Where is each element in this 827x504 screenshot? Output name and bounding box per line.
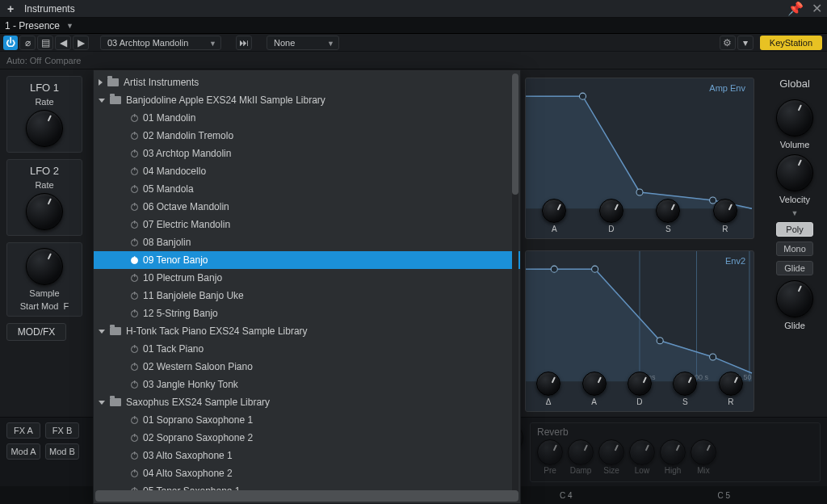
lfo2-title: LFO 2 [30,165,59,177]
browser-preset[interactable]: 02 Soprano Saxophone 2 [94,429,520,447]
browser-folder[interactable]: Saxophus EXS24 Sample Library [94,393,520,411]
close-icon[interactable]: ✕ [812,1,822,16]
browser-preset[interactable]: 03 Alto Saxophone 1 [94,447,520,464]
browser-preset[interactable]: 02 Western Saloon Piano [94,358,520,376]
reverb-high-group: High [660,439,686,475]
glide-knob[interactable] [776,280,813,317]
browser-preset[interactable]: 04 Alto Saxophone 2 [94,464,520,482]
browser-preset[interactable]: 03 Jangle Honky Tonk [94,376,520,393]
mono-button[interactable]: Mono [776,242,813,256]
row-label: 04 Alto Saxophone 2 [143,468,233,479]
browser-preset[interactable]: 06 Octave Mandolin [94,198,520,216]
amp-env-panel[interactable]: Amp Env A D S R [525,78,754,239]
gear-icon[interactable]: ⚙ [720,36,736,50]
browser-folder[interactable]: H-Tonk Tack Piano EXS24 Sample Library [94,322,520,340]
scrollbar-thumb[interactable] [512,74,518,195]
compare-toggle[interactable]: Compare [44,56,81,65]
midi-input-badge[interactable]: KeyStation [760,36,822,50]
velocity-knob[interactable] [776,154,813,191]
reverb-mix-knob[interactable] [691,439,716,465]
next-preset-button[interactable]: ▶ [73,36,89,50]
env2-sustain-knob[interactable] [673,372,697,396]
reverb-mix-label: Mix [697,466,710,475]
scrollbar-vertical[interactable] [512,74,518,494]
scrollbar-thumb[interactable] [95,490,518,502]
browser-folder[interactable]: Artist Instruments [94,74,520,91]
browser-preset[interactable]: 08 Banjolin [94,233,520,251]
amp-release-knob[interactable] [713,199,737,223]
browser-preset[interactable]: 01 Mandolin [94,109,520,127]
reverb-damp-knob[interactable] [568,439,594,465]
fxb-button[interactable]: FX B [45,422,79,439]
preset-list[interactable]: Artist InstrumentsBanjodoline Apple EXS2… [94,70,520,490]
volume-label: Volume [780,140,810,149]
browser-preset[interactable]: 11 Banjolele Banjo Uke [94,287,520,304]
skip-next-button[interactable]: ⏭ [236,36,252,50]
lfo1-rate-knob[interactable] [26,110,63,147]
amp-attack-knob[interactable] [542,199,566,223]
modfx-button[interactable]: MOD/FX [6,323,66,341]
power-button[interactable]: ⏻ [3,36,18,50]
reverb-pre-knob[interactable] [537,439,563,465]
browser-preset[interactable]: 07 Electric Mandolin [94,216,520,233]
prev-preset-button[interactable]: ◀ [55,36,71,50]
glide-button[interactable]: Glide [776,261,813,275]
lfo1-rate-label: Rate [35,97,53,107]
browser-preset[interactable]: 02 Mandolin Tremolo [94,127,520,145]
preset-icon [131,168,138,175]
chevron-down-icon: ▼ [327,40,334,48]
browser-preset[interactable]: 09 Tenor Banjo [94,251,520,269]
fxa-button[interactable]: FX A [6,422,40,439]
env2-decay-knob[interactable] [628,372,652,396]
browser-preset[interactable]: 01 Tack Piano [94,340,520,358]
sample-knob[interactable] [26,248,63,285]
browser-preset[interactable]: 01 Soprano Saxophone 1 [94,411,520,429]
reverb-high-label: High [665,466,682,475]
reverb-pre-label: Pre [544,466,556,475]
reverb-high-knob[interactable] [660,439,686,465]
moda-button[interactable]: Mod A [6,443,40,460]
row-label: 03 Archtop Mandolin [143,148,231,159]
pin-icon[interactable]: 📌 [787,1,804,16]
browser-folder[interactable]: Banjodoline Apple EXS24 MkII Sample Libr… [94,91,520,109]
preset-icon [131,452,138,460]
amp-sustain-knob[interactable] [656,199,680,223]
svg-marker-7 [526,269,752,381]
pin-button[interactable]: ⌀ [19,36,36,50]
chevron-down-icon: ▼ [209,40,216,48]
reverb-low-knob[interactable] [629,439,655,465]
lfo1-panel: LFO 1 Rate [6,76,82,153]
env2-attack-knob[interactable] [582,372,607,396]
global-title: Global [779,78,810,90]
window-title: Instruments [24,3,75,15]
file-button[interactable]: ▤ [37,36,53,50]
add-instrument-icon[interactable]: + [5,3,16,15]
amp-decay-knob[interactable] [599,199,623,223]
plugin-toolbar: ⏻ ⌀ ▤ ◀ ▶ 03 Archtop Mandolin ▼ ⏭ None ▼… [0,34,827,52]
env2-panel[interactable]: Env2 500 ms 1.00 s 1.50 s Δ A D S [525,250,754,412]
browser-preset[interactable]: 04 Mandocello [94,162,520,180]
folder-icon [107,78,119,86]
chevron-down-icon[interactable]: ▾ [737,36,754,50]
sample-label: Sample [29,288,59,298]
browser-preset[interactable]: 05 Mandola [94,180,520,198]
browser-preset[interactable]: 05 Tenor Saxophone 1 [94,482,520,490]
automation-toggle[interactable]: Auto: Off [6,56,41,65]
reverb-size-knob[interactable] [598,439,624,465]
poly-button[interactable]: Poly [776,222,813,237]
chevron-down-icon[interactable]: ▼ [791,209,799,217]
browser-preset[interactable]: 03 Archtop Mandolin [94,145,520,162]
volume-knob[interactable] [776,99,813,136]
browser-preset[interactable]: 10 Plectrum Banjo [94,269,520,287]
output-dropdown[interactable]: None ▼ [267,36,339,50]
modb-button[interactable]: Mod B [45,443,79,460]
browser-preset[interactable]: 12 5-String Banjo [94,304,520,322]
scrollbar-horizontal[interactable] [95,490,518,502]
preset-dropdown[interactable]: 03 Archtop Mandolin ▼ [100,36,221,50]
lfo2-panel: LFO 2 Rate [6,159,82,236]
preset-name: 03 Archtop Mandolin [107,38,188,48]
lfo2-rate-knob[interactable] [26,193,63,230]
env2-release-knob[interactable] [719,372,743,396]
env2-delta-knob[interactable] [536,372,560,396]
instrument-strip[interactable]: 1 - Presence ▼ [0,18,827,34]
